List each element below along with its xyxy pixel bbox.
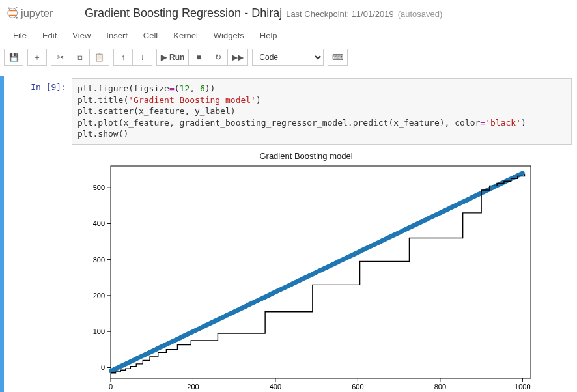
move-up-button[interactable]: ↑	[113, 49, 133, 66]
svg-text:0: 0	[101, 363, 105, 371]
notebook-body: In [9]: plt.figure(figsize=(12, 6)) plt.…	[0, 70, 577, 392]
restart-run-all-button[interactable]: ▶▶	[228, 49, 248, 66]
svg-text:0: 0	[109, 383, 113, 391]
toolbar: 💾 ＋ ✂ ⧉ 📋 ↑ ↓ ▶ Run ■ ↻ ▶▶ Code ⌨	[0, 46, 577, 70]
notebook-header: jupyter Gradient Boosting Regression - D…	[0, 0, 577, 25]
svg-text:200: 200	[93, 292, 105, 300]
menu-insert[interactable]: Insert	[98, 27, 135, 44]
svg-text:400: 400	[270, 383, 281, 391]
arrow-down-icon: ↓	[141, 53, 145, 62]
svg-point-2	[16, 17, 18, 19]
menu-file[interactable]: File	[5, 27, 35, 44]
checkpoint-text: Last Checkpoint: 11/01/2019	[286, 9, 394, 19]
output-cell: Gradient Boosting model 0200400600800100…	[7, 148, 572, 392]
svg-point-1	[8, 7, 9, 8]
menu-kernel[interactable]: Kernel	[165, 27, 206, 44]
stop-icon: ■	[196, 53, 201, 62]
cut-icon: ✂	[57, 53, 64, 62]
autosaved-text: (autosaved)	[398, 9, 443, 19]
save-icon: 💾	[9, 53, 19, 62]
paste-icon: 📋	[94, 53, 104, 62]
svg-text:1000: 1000	[514, 383, 530, 391]
run-icon: ▶	[161, 53, 167, 62]
menu-help[interactable]: Help	[252, 27, 285, 44]
menu-edit[interactable]: Edit	[35, 27, 64, 44]
svg-text:600: 600	[352, 383, 363, 391]
run-label: Run	[169, 53, 184, 62]
menu-cell[interactable]: Cell	[135, 27, 165, 44]
svg-text:800: 800	[434, 383, 446, 391]
keyboard-icon: ⌨	[332, 53, 343, 62]
celltype-select[interactable]: Code	[252, 49, 324, 66]
menu-view[interactable]: View	[64, 27, 98, 44]
chart-output: Gradient Boosting model 0200400600800100…	[72, 151, 541, 392]
restart-icon: ↻	[215, 53, 221, 62]
plus-icon: ＋	[33, 52, 41, 63]
arrow-up-icon: ↑	[121, 53, 125, 62]
notebook-title[interactable]: Gradient Boosting Regression - Dhiraj	[85, 7, 282, 20]
add-cell-button[interactable]: ＋	[27, 49, 47, 66]
command-palette-button[interactable]: ⌨	[328, 49, 348, 66]
svg-text:300: 300	[93, 255, 105, 263]
svg-text:100: 100	[93, 328, 105, 335]
svg-text:400: 400	[93, 219, 105, 227]
copy-icon: ⧉	[77, 53, 83, 62]
cut-button[interactable]: ✂	[51, 49, 70, 66]
interrupt-button[interactable]: ■	[189, 49, 208, 66]
chart-svg: 020040060080010000100200300400500	[72, 162, 541, 392]
copy-button[interactable]: ⧉	[70, 49, 90, 66]
paste-button[interactable]: 📋	[90, 49, 109, 66]
menu-widgets[interactable]: Widgets	[206, 27, 252, 44]
svg-text:jupyter: jupyter	[20, 7, 53, 19]
menu-bar: File Edit View Insert Cell Kernel Widget…	[0, 25, 577, 46]
chart-title: Gradient Boosting model	[72, 151, 541, 161]
svg-point-0	[8, 8, 18, 18]
code-cell[interactable]: In [9]: plt.figure(figsize=(12, 6)) plt.…	[7, 78, 572, 145]
jupyter-logo[interactable]: jupyter	[7, 4, 78, 22]
code-input[interactable]: plt.figure(figsize=(12, 6)) plt.title('G…	[72, 78, 572, 145]
save-button[interactable]: 💾	[4, 49, 23, 66]
move-down-button[interactable]: ↓	[133, 49, 152, 66]
input-prompt: In [9]:	[7, 78, 72, 145]
svg-point-329	[520, 171, 525, 175]
svg-text:200: 200	[187, 383, 199, 391]
svg-text:500: 500	[93, 184, 105, 191]
svg-point-3	[16, 7, 18, 8]
restart-button[interactable]: ↻	[208, 49, 228, 66]
fast-forward-icon: ▶▶	[232, 53, 244, 62]
run-button[interactable]: ▶ Run	[156, 49, 189, 66]
